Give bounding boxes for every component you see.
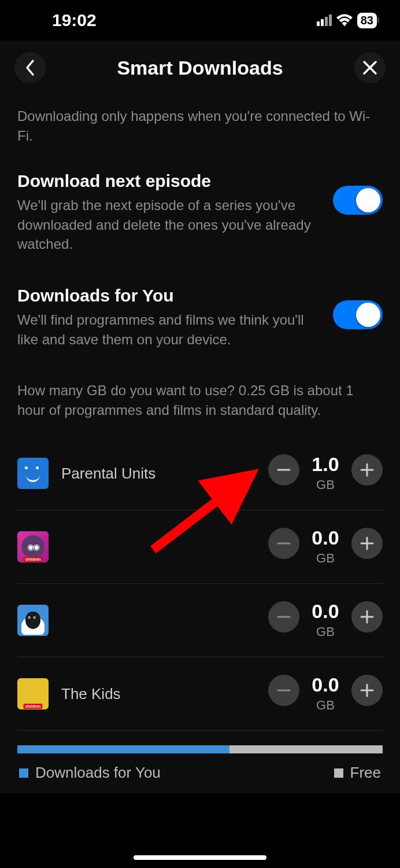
profile-avatar: children (17, 678, 49, 709)
profile-row: 0.0 GB (17, 584, 383, 657)
legend-downloads-label: Downloads for You (35, 764, 161, 782)
page-header: Smart Downloads (0, 41, 400, 95)
for-you-toggle[interactable] (333, 300, 383, 329)
for-you-title: Downloads for You (17, 286, 316, 306)
storage-stepper: 0.0 GB (268, 601, 383, 639)
storage-progress-bar (17, 745, 383, 753)
close-icon (362, 60, 377, 75)
next-episode-title: Download next episode (17, 171, 316, 191)
for-you-desc: We'll find programmes and films we think… (17, 310, 316, 349)
plus-icon (358, 682, 376, 699)
storage-used-segment (17, 745, 229, 753)
chevron-left-icon (24, 59, 36, 76)
increase-button[interactable] (351, 454, 383, 486)
page-title: Smart Downloads (117, 57, 283, 79)
profile-row: children 0.0 GB (17, 510, 383, 584)
profile-avatar (17, 458, 49, 489)
storage-legend: Downloads for You Free (17, 764, 383, 782)
storage-value: 1.0 (312, 454, 339, 474)
storage-stepper: 0.0 GB (268, 675, 383, 713)
storage-bar-container: Downloads for You Free (17, 745, 383, 782)
profile-avatar: children (17, 531, 49, 562)
minus-icon (275, 461, 292, 479)
decrease-button[interactable] (268, 528, 299, 559)
close-button[interactable] (354, 52, 386, 83)
wifi-info-text: Downloading only happens when you're con… (17, 106, 383, 145)
minus-icon (275, 535, 292, 552)
storage-unit: GB (316, 698, 335, 713)
battery-indicator: 83 (357, 13, 377, 28)
status-time: 19:02 (52, 10, 97, 30)
plus-icon (358, 461, 376, 479)
storage-prompt: How many GB do you want to use? 0.25 GB … (17, 381, 383, 420)
status-icons: 83 (317, 13, 377, 28)
status-bar: 19:02 83 (0, 0, 400, 41)
increase-button[interactable] (351, 601, 383, 632)
minus-icon (275, 682, 292, 699)
decrease-button[interactable] (268, 601, 299, 632)
profile-row: children The Kids 0.0 GB (17, 657, 383, 731)
legend-downloads: Downloads for You (19, 764, 161, 782)
plus-icon (358, 608, 376, 626)
wifi-icon (336, 14, 353, 27)
content-area: Downloading only happens when you're con… (0, 95, 400, 793)
home-indicator[interactable] (134, 855, 266, 860)
next-episode-desc: We'll grab the next episode of a series … (17, 196, 316, 254)
storage-value: 0.0 (312, 528, 339, 547)
legend-free: Free (334, 764, 381, 782)
cellular-signal-icon (317, 14, 332, 26)
legend-swatch-gray (334, 768, 343, 778)
increase-button[interactable] (351, 528, 383, 559)
storage-stepper: 0.0 GB (268, 528, 383, 566)
back-button[interactable] (14, 52, 46, 83)
profile-name: The Kids (61, 685, 268, 703)
legend-free-label: Free (350, 764, 381, 782)
legend-swatch-blue (19, 768, 28, 778)
storage-unit: GB (316, 624, 335, 639)
profile-name: Parental Units (61, 465, 268, 483)
increase-button[interactable] (351, 675, 383, 706)
profile-avatar (17, 605, 49, 636)
profile-row: Parental Units 1.0 GB (17, 437, 383, 510)
downloads-for-you-section: Downloads for You We'll find programmes … (17, 286, 383, 349)
storage-unit: GB (316, 477, 335, 492)
storage-value: 0.0 (312, 601, 339, 621)
decrease-button[interactable] (268, 454, 299, 486)
decrease-button[interactable] (268, 675, 299, 706)
storage-unit: GB (316, 551, 335, 566)
storage-value: 0.0 (312, 675, 339, 694)
next-episode-toggle[interactable] (333, 186, 383, 215)
storage-stepper: 1.0 GB (268, 454, 383, 492)
plus-icon (358, 535, 376, 552)
minus-icon (275, 608, 292, 626)
download-next-episode-section: Download next episode We'll grab the nex… (17, 171, 383, 254)
